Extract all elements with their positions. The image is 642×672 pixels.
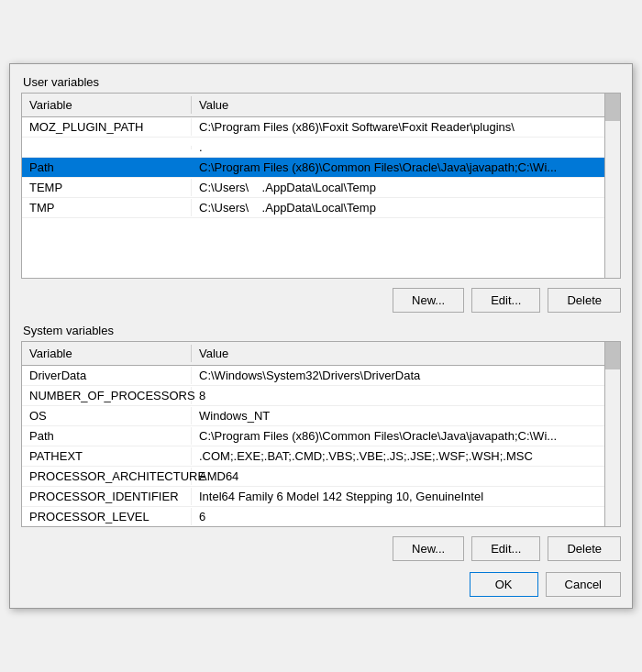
user-var-name: Path bbox=[22, 159, 192, 176]
system-variables-table-wrapper: Variable Value DriverData C:\Windows\Sys… bbox=[21, 341, 621, 527]
table-row[interactable]: PATHEXT .COM;.EXE;.BAT;.CMD;.VBS;.VBE;.J… bbox=[22, 446, 604, 467]
sys-var-value: C:\Program Files (x86)\Common Files\Orac… bbox=[192, 427, 604, 445]
user-var-name: TEMP bbox=[22, 179, 192, 196]
system-variables-buttons: New... Edit... Delete bbox=[21, 536, 621, 561]
sys-var-name: DriverData bbox=[22, 367, 192, 384]
scrollbar-thumb[interactable] bbox=[605, 94, 620, 121]
sys-var-value: 6 bbox=[192, 508, 604, 525]
sys-col-variable-header: Variable bbox=[22, 345, 192, 362]
table-row[interactable]: NUMBER_OF_PROCESSORS 8 bbox=[22, 386, 604, 406]
user-var-value: C:\Users\ .AppData\Local\Temp bbox=[192, 179, 604, 196]
sys-table-scrollbar[interactable] bbox=[604, 342, 620, 526]
user-variables-header: Variable Value bbox=[22, 94, 604, 117]
user-var-value: C:\Users\ .AppData\Local\Temp bbox=[192, 199, 604, 216]
sys-new-button[interactable]: New... bbox=[393, 536, 464, 561]
sys-var-name: OS bbox=[22, 407, 192, 424]
system-variables-table: Variable Value DriverData C:\Windows\Sys… bbox=[21, 341, 621, 527]
user-edit-button[interactable]: Edit... bbox=[471, 288, 540, 313]
sys-var-value: Intel64 Family 6 Model 142 Stepping 10, … bbox=[192, 488, 604, 505]
table-row[interactable]: Path C:\Program Files (x86)\Common Files… bbox=[22, 158, 604, 178]
system-variables-body[interactable]: DriverData C:\Windows\System32\Drivers\D… bbox=[22, 366, 604, 526]
system-variables-label: System variables bbox=[21, 324, 621, 337]
user-var-name bbox=[22, 146, 192, 149]
environment-variables-dialog: User variables Variable Value MOZ_PLUGIN… bbox=[9, 63, 633, 609]
table-row[interactable]: PROCESSOR_LEVEL 6 bbox=[22, 507, 604, 526]
user-var-value: . bbox=[192, 138, 604, 156]
system-variables-header: Variable Value bbox=[22, 342, 604, 366]
ok-button[interactable]: OK bbox=[470, 572, 538, 597]
system-variables-inner: Variable Value DriverData C:\Windows\Sys… bbox=[22, 342, 604, 526]
dialog-action-buttons: OK Cancel bbox=[21, 572, 621, 597]
table-row[interactable]: MOZ_PLUGIN_PATH C:\Program Files (x86)\F… bbox=[22, 117, 604, 138]
user-table-scrollbar[interactable] bbox=[604, 94, 620, 278]
table-row[interactable]: TMP C:\Users\ .AppData\Local\Temp bbox=[22, 198, 604, 218]
sys-var-name: PROCESSOR_ARCHITECTURE bbox=[22, 468, 192, 485]
sys-var-value: 8 bbox=[192, 387, 604, 404]
sys-var-name: NUMBER_OF_PROCESSORS bbox=[22, 387, 192, 404]
table-row[interactable]: OS Windows_NT bbox=[22, 406, 604, 426]
user-var-name: MOZ_PLUGIN_PATH bbox=[22, 118, 192, 136]
user-new-button[interactable]: New... bbox=[393, 288, 464, 313]
table-row[interactable]: PROCESSOR_IDENTIFIER Intel64 Family 6 Mo… bbox=[22, 487, 604, 507]
scrollbar-thumb-sys[interactable] bbox=[605, 342, 620, 369]
cancel-button[interactable]: Cancel bbox=[546, 572, 621, 597]
user-variables-label: User variables bbox=[21, 75, 621, 89]
user-variables-table-wrapper: Variable Value MOZ_PLUGIN_PATH C:\Progra… bbox=[21, 93, 621, 279]
user-col-variable-header: Variable bbox=[22, 96, 192, 114]
user-var-name: TMP bbox=[22, 199, 192, 216]
user-variables-buttons: New... Edit... Delete bbox=[21, 288, 621, 313]
user-variables-inner: Variable Value MOZ_PLUGIN_PATH C:\Progra… bbox=[22, 94, 604, 278]
sys-var-name: PROCESSOR_IDENTIFIER bbox=[22, 488, 192, 505]
sys-delete-button[interactable]: Delete bbox=[548, 536, 621, 561]
user-var-value: C:\Program Files (x86)\Foxit Software\Fo… bbox=[192, 118, 604, 136]
sys-var-name: PROCESSOR_LEVEL bbox=[22, 508, 192, 525]
sys-edit-button[interactable]: Edit... bbox=[471, 536, 540, 561]
table-row[interactable]: Path C:\Program Files (x86)\Common Files… bbox=[22, 426, 604, 446]
user-variables-body[interactable]: MOZ_PLUGIN_PATH C:\Program Files (x86)\F… bbox=[22, 117, 604, 278]
table-row[interactable]: DriverData C:\Windows\System32\Drivers\D… bbox=[22, 366, 604, 386]
table-row[interactable]: PROCESSOR_ARCHITECTURE AMD64 bbox=[22, 467, 604, 487]
user-variables-table: Variable Value MOZ_PLUGIN_PATH C:\Progra… bbox=[21, 93, 621, 279]
sys-var-value: AMD64 bbox=[192, 468, 604, 485]
sys-col-value-header: Value bbox=[192, 345, 604, 362]
sys-var-name: PATHEXT bbox=[22, 447, 192, 465]
sys-var-name: Path bbox=[22, 427, 192, 445]
sys-var-value: Windows_NT bbox=[192, 407, 604, 424]
table-row[interactable]: TEMP C:\Users\ .AppData\Local\Temp bbox=[22, 178, 604, 198]
sys-var-value: C:\Windows\System32\Drivers\DriverData bbox=[192, 367, 604, 384]
user-delete-button[interactable]: Delete bbox=[548, 288, 621, 313]
user-col-value-header: Value bbox=[192, 96, 604, 114]
user-var-value: C:\Program Files (x86)\Common Files\Orac… bbox=[192, 159, 604, 176]
sys-var-value: .COM;.EXE;.BAT;.CMD;.VBS;.VBE;.JS;.JSE;.… bbox=[192, 447, 604, 465]
table-row[interactable]: . bbox=[22, 138, 604, 158]
